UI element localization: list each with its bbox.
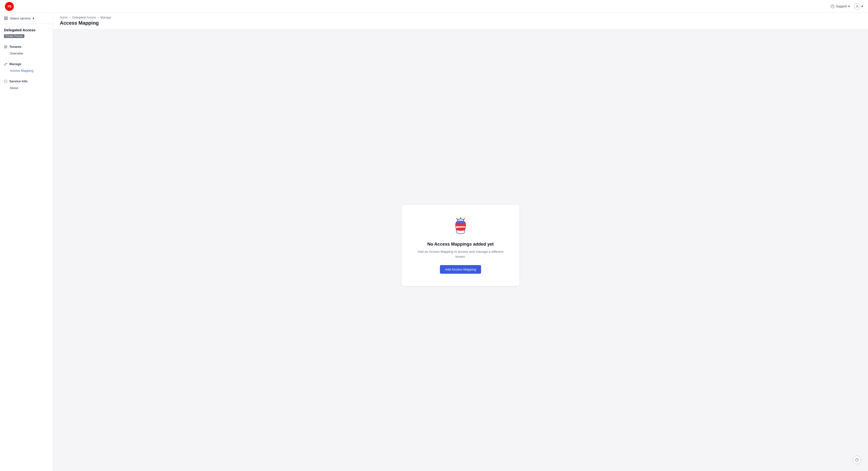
manage-icon: [4, 62, 7, 66]
svg-point-1: [857, 5, 858, 6]
help-icon: [855, 458, 859, 462]
empty-illustration: [451, 217, 470, 237]
sidebar-app-section: Delegated Access Private Preview: [0, 24, 53, 41]
sidebar-group-header-tenants: Tenants: [0, 43, 53, 50]
sidebar-group-header-service-info: Service Info: [0, 78, 53, 85]
svg-rect-7: [6, 46, 7, 47]
sidebar-group-header-manage: Manage: [0, 61, 53, 67]
header-right: Support ▾ ▾: [831, 3, 863, 10]
svg-rect-9: [6, 47, 7, 48]
bucket-svg: [451, 217, 470, 237]
help-button[interactable]: [853, 456, 861, 464]
sidebar-group-service-info: Service Info About: [0, 76, 53, 93]
breadcrumb-sep-1: >: [69, 16, 71, 19]
support-chevron: ▾: [848, 4, 850, 8]
sidebar-item-overview[interactable]: Overview: [0, 50, 53, 57]
private-preview-badge: Private Preview: [4, 34, 24, 38]
user-icon: [856, 5, 859, 8]
app-header: F5 Support ▾ ▾: [0, 0, 868, 13]
user-chevron: ▾: [861, 4, 863, 8]
svg-rect-2: [4, 17, 6, 18]
svg-rect-6: [4, 46, 5, 47]
breadcrumb-current: Manage: [100, 16, 111, 19]
svg-line-14: [464, 218, 465, 220]
service-info-group-label: Service Info: [9, 80, 28, 83]
support-button[interactable]: Support ▾: [831, 4, 850, 8]
user-menu-button[interactable]: ▾: [854, 3, 863, 10]
breadcrumb-delegated-access[interactable]: Delegated Access: [72, 16, 96, 19]
page-title: Access Mapping: [60, 20, 861, 26]
page-header: Home > Delegated Access > Manage Access …: [53, 13, 868, 30]
support-label: Support: [836, 4, 847, 8]
sidebar-app-name: Delegated Access: [4, 28, 49, 32]
breadcrumb-home[interactable]: Home: [60, 16, 68, 19]
main-layout: Select service ▾ Delegated Access Privat…: [0, 13, 868, 471]
empty-state-title: No Access Mappings added yet: [416, 242, 505, 247]
user-avatar: [854, 3, 860, 10]
svg-rect-8: [4, 47, 5, 48]
svg-rect-3: [6, 17, 7, 18]
tenants-group-label: Tenants: [9, 45, 22, 49]
breadcrumb: Home > Delegated Access > Manage: [60, 16, 861, 19]
empty-state-description: Add an Access Mapping to access and mana…: [416, 249, 505, 259]
add-access-mapping-button[interactable]: Add Access Mapping: [440, 265, 481, 274]
tenants-icon: [4, 45, 7, 49]
manage-group-label: Manage: [9, 62, 21, 66]
select-service-chevron: ▾: [33, 16, 34, 20]
sidebar-item-access-mapping[interactable]: Access Mapping: [0, 67, 53, 74]
svg-line-15: [457, 218, 458, 220]
sidebar-group-manage: Manage Access Mapping: [0, 59, 53, 76]
select-service-button[interactable]: Select service ▾: [0, 13, 53, 24]
svg-rect-4: [4, 19, 6, 20]
service-info-icon: [4, 80, 7, 83]
main-content: Home > Delegated Access > Manage Access …: [53, 13, 868, 471]
select-service-label: Select service: [10, 17, 31, 20]
svg-rect-5: [6, 19, 7, 20]
support-icon: [831, 4, 835, 8]
sidebar: Select service ▾ Delegated Access Privat…: [0, 13, 53, 471]
header-left: F5: [5, 2, 14, 11]
sidebar-group-tenants: Tenants Overview: [0, 41, 53, 59]
grid-icon: [4, 16, 8, 20]
content-area: No Access Mappings added yet Add an Acce…: [53, 30, 868, 461]
empty-state-card: No Access Mappings added yet Add an Acce…: [401, 204, 520, 287]
f5-logo: F5: [5, 2, 14, 11]
breadcrumb-sep-2: >: [98, 16, 99, 19]
sidebar-item-about[interactable]: About: [0, 85, 53, 91]
